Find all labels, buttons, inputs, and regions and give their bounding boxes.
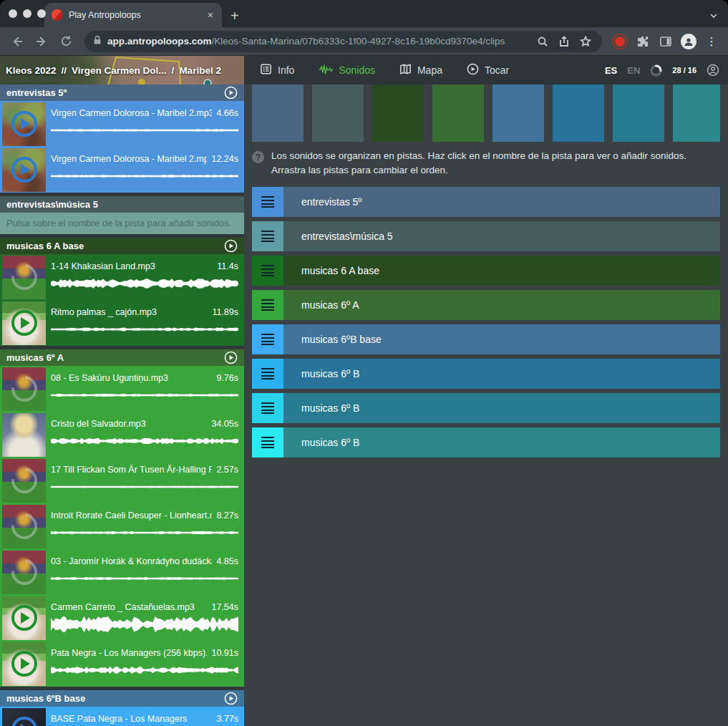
breadcrumb-group[interactable]: Virgen Carmen Dol...	[72, 65, 167, 76]
track-name: musicas 6ºB base	[283, 324, 720, 354]
tab-search-chevron-icon[interactable]	[709, 10, 718, 19]
track-drag-handle[interactable]	[252, 290, 283, 320]
reload-icon[interactable]	[56, 32, 76, 52]
forward-icon[interactable]	[31, 32, 52, 52]
close-window-icon[interactable]	[9, 9, 17, 18]
clip-thumbnail[interactable]	[2, 367, 46, 411]
tab-mapa[interactable]: Mapa	[399, 63, 442, 77]
zoom-page-icon[interactable]	[535, 34, 550, 49]
track-row[interactable]: entrevistas 5º	[252, 187, 720, 217]
sidebar-section-header[interactable]: entrevistas\música 5	[0, 196, 244, 213]
clip-thumbnail[interactable]	[2, 102, 46, 146]
clip-play-icon[interactable]	[6, 371, 42, 407]
track-drag-handle[interactable]	[252, 393, 283, 423]
clip-play-icon[interactable]	[6, 554, 42, 591]
lang-en-button[interactable]: EN	[627, 65, 640, 76]
track-drag-handle[interactable]	[252, 221, 283, 251]
account-person-icon[interactable]	[707, 64, 719, 77]
clip-info-row: Pata Negra - Los Managers (256 kbps).mp3…	[51, 648, 238, 658]
zoom-window-icon[interactable]	[37, 9, 46, 18]
tab-close-icon[interactable]: ×	[206, 9, 215, 21]
tab-sonidos[interactable]: Sonidos	[319, 64, 375, 77]
tab-tocar-label: Tocar	[485, 64, 509, 76]
clip-item[interactable]: BASE Pata Negra - Los Managers3.77s	[0, 707, 244, 726]
clip-thumbnail[interactable]	[2, 256, 46, 299]
profile-avatar[interactable]	[679, 32, 698, 51]
track-drag-handle[interactable]	[252, 324, 283, 354]
track-drag-handle[interactable]	[252, 359, 283, 389]
breadcrumb-project[interactable]: Kleos 2022	[6, 65, 57, 76]
clip-thumbnail[interactable]	[2, 459, 46, 503]
clip-item[interactable]: Introit Rorate Caeli Desuper - Lionheart…	[0, 503, 244, 549]
clip-play-icon[interactable]	[6, 463, 42, 499]
clip-thumbnail[interactable]	[2, 301, 46, 345]
bookmark-star-icon[interactable]	[578, 34, 593, 49]
sidebar-section-header[interactable]: musicas 6ºB base	[0, 690, 244, 707]
lock-icon[interactable]	[93, 35, 102, 48]
clip-item[interactable]: 08 - Es Sakūru Uguntiņu.mp39.76s	[0, 366, 244, 412]
clip-item[interactable]: Pata Negra - Los Managers (256 kbps).mp3…	[0, 641, 244, 687]
clip-play-icon[interactable]	[11, 111, 37, 137]
clip-play-icon[interactable]	[6, 259, 42, 296]
track-row[interactable]: musicas 6º A	[252, 290, 720, 320]
clip-play-icon[interactable]	[11, 157, 37, 183]
lang-es-button[interactable]: ES	[605, 65, 617, 76]
clip-thumbnail[interactable]	[2, 413, 46, 457]
tab-info[interactable]: Info	[260, 63, 294, 77]
clip-thumbnail[interactable]	[2, 642, 46, 686]
track-row[interactable]: musicas 6ºB base	[252, 324, 720, 354]
sidebar-section-header[interactable]: musicas 6 A base	[0, 238, 244, 254]
clip-item[interactable]: Virgen Carmen Dolorosa - Maribel 2.mp34.…	[0, 101, 244, 147]
track-color-swatch	[613, 84, 664, 142]
clip-item[interactable]: 03 - Jaromír Horák & Konrádyho dudácká .…	[0, 549, 244, 595]
sidebar-section-header[interactable]: musicas 6º A	[0, 349, 244, 366]
side-panel-icon[interactable]	[656, 32, 675, 51]
record-indicator-icon[interactable]	[611, 32, 629, 51]
sidebar-section-header[interactable]: entrevistas 5º	[0, 84, 244, 101]
breadcrumb[interactable]: Kleos 2022 // Virgen Carmen Dol... / Mar…	[6, 56, 221, 84]
breadcrumb-item[interactable]: Maribel 2	[179, 65, 221, 76]
section-play-button[interactable]	[224, 351, 238, 364]
back-icon[interactable]	[7, 32, 27, 52]
minimize-window-icon[interactable]	[23, 9, 31, 18]
clip-item[interactable]: Carmen Carreto _ Castañuelas.mp317.54s	[0, 595, 244, 641]
clip-play-icon[interactable]	[11, 310, 37, 336]
section-play-button[interactable]	[224, 86, 238, 100]
extensions-puzzle-icon[interactable]	[634, 32, 652, 51]
url-text[interactable]: app.antropoloops.com/Kleos-Santa-Marina/…	[107, 36, 529, 47]
track-row[interactable]: musicas 6º B	[252, 427, 720, 458]
clip-thumbnail[interactable]	[2, 551, 46, 594]
clip-item[interactable]: Cristo del Salvador.mp334.05s	[0, 412, 244, 458]
track-row[interactable]: musicas 6º B	[252, 393, 720, 423]
track-drag-handle[interactable]	[252, 427, 283, 458]
track-drag-handle[interactable]	[252, 187, 283, 217]
clip-play-icon[interactable]	[6, 508, 42, 545]
track-row[interactable]: musicas 6 A base	[252, 256, 720, 286]
clip-play-icon[interactable]	[11, 717, 37, 726]
browser-menu-icon[interactable]: ⋮	[702, 32, 721, 51]
clip-item[interactable]: 1-14 Khakasian Land.mp311.4s	[0, 254, 244, 300]
new-tab-button[interactable]: +	[230, 9, 239, 23]
share-icon[interactable]	[556, 34, 572, 49]
clip-item[interactable]: 17 Till Flickan Som Är Tusen År-Halling …	[0, 458, 244, 503]
track-row[interactable]: entrevistas\música 5	[252, 221, 720, 251]
clip-thumbnail[interactable]	[2, 596, 46, 640]
tab-tocar[interactable]: Tocar	[467, 63, 509, 77]
section-play-button[interactable]	[224, 239, 238, 253]
clip-play-icon[interactable]	[11, 605, 37, 631]
track-drag-handle[interactable]	[252, 256, 283, 286]
clip-body: 08 - Es Sakūru Uguntiņu.mp39.76s	[46, 373, 244, 405]
clip-thumbnail[interactable]	[2, 708, 46, 726]
clip-item[interactable]: Virgen Carmen Dolorosa - Maribel 2.mp312…	[0, 147, 244, 193]
track-color-swatch	[432, 84, 484, 142]
section-play-button[interactable]	[224, 692, 238, 705]
track-name: musicas 6º A	[283, 290, 720, 320]
clip-item[interactable]: Ritmo palmas _ cajón.mp311.89s	[0, 300, 244, 346]
url-bar[interactable]: app.antropoloops.com/Kleos-Santa-Marina/…	[84, 31, 602, 52]
clip-thumbnail[interactable]	[2, 505, 46, 548]
browser-tab[interactable]: Play Antropoloops ×	[44, 3, 222, 27]
clip-play-icon[interactable]	[11, 651, 37, 677]
macos-traffic-lights[interactable]	[9, 9, 46, 18]
track-row[interactable]: musicas 6º B	[252, 359, 720, 389]
clip-thumbnail[interactable]	[2, 148, 46, 192]
